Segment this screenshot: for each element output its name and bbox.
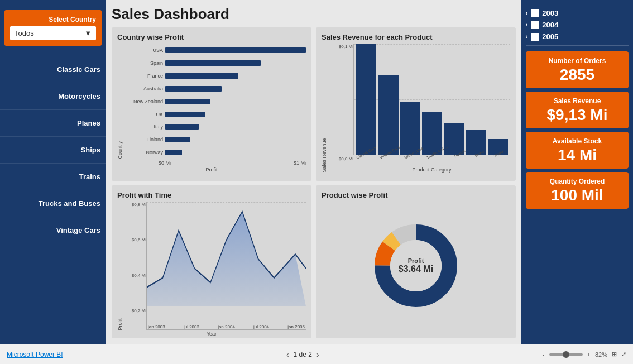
stat-quantity-label: Quantity Ordered xyxy=(531,178,623,185)
profit-time-chart: Profit with Time Profit $0,8 Mi $0,6 Mi … xyxy=(112,185,311,339)
stat-orders-value: 2855 xyxy=(531,67,623,83)
prev-page-button[interactable]: ‹ xyxy=(286,350,289,359)
chevron-icon-2003: › xyxy=(526,10,528,16)
country-profit-title: Country wise Profit xyxy=(117,33,306,41)
stat-stock: Available Stock 14 Mi xyxy=(526,132,629,169)
sales-revenue-x-label: Product Category xyxy=(353,167,510,173)
zoom-thumb[interactable] xyxy=(563,351,569,358)
chevron-down-icon: ▼ xyxy=(84,29,92,37)
profit-time-x-label: Year xyxy=(117,331,306,337)
year-checkbox-2003[interactable] xyxy=(531,9,539,17)
sidebar-item-classic-cars[interactable]: Classic Cars xyxy=(0,56,106,83)
year-2003[interactable]: › 2003 xyxy=(526,9,629,17)
sidebar-nav: Classic Cars Motorcycles Planes Ships Tr… xyxy=(0,56,106,243)
sidebar-item-planes[interactable]: Planes xyxy=(0,109,106,136)
country-profit-y-label: Country xyxy=(117,44,123,159)
sidebar-item-ships[interactable]: Ships xyxy=(0,136,106,163)
profit-time-title: Profit with Time xyxy=(117,191,306,199)
year-label-2004: 2004 xyxy=(542,21,558,29)
dropdown-value: Todos xyxy=(15,29,34,37)
stat-stock-label: Available Stock xyxy=(531,137,623,145)
bottom-bar: Microsoft Power BI ‹ 1 de 2 › - + 82% ⊞ … xyxy=(0,344,633,364)
product-profit-title: Product wise Profit xyxy=(322,191,510,199)
stat-quantity: Quantity Ordered 100 Mil xyxy=(526,172,629,209)
next-page-button[interactable]: › xyxy=(317,350,319,359)
fit-icon[interactable]: ⊞ xyxy=(612,351,617,358)
country-profit-x-label: Profit xyxy=(117,167,306,173)
powerbi-link[interactable]: Microsoft Power BI xyxy=(7,351,63,358)
stat-revenue-value: $9,13 Mi xyxy=(531,107,623,123)
zoom-level: 82% xyxy=(595,351,607,358)
sales-revenue-y-label: Sales Revenue xyxy=(322,44,327,173)
year-2004[interactable]: › 2004 xyxy=(526,21,629,29)
right-panel: › 2003 › 2004 › 2005 Number of Orders 28… xyxy=(521,0,633,344)
select-country-label: Select Country xyxy=(10,16,96,23)
page-nav: ‹ 1 de 2 › xyxy=(286,350,319,359)
bar-rows xyxy=(165,44,306,159)
stat-quantity-value: 100 Mil xyxy=(531,188,623,203)
bar-y-labels: USA Spain France Australia New Zealand U… xyxy=(124,44,163,159)
product-profit-chart: Product wise Profit xyxy=(316,185,516,339)
sales-revenue-title: Sales Revenue for each Product xyxy=(322,33,510,41)
year-2005[interactable]: › 2005 xyxy=(526,32,629,41)
zoom-slider[interactable] xyxy=(549,353,583,356)
sidebar-top: Select Country Todos ▼ xyxy=(4,10,102,46)
x-axis-labels: $0 Mi $1 Mi xyxy=(159,160,306,166)
center-content: Sales Dashboard Country wise Profit Coun… xyxy=(106,0,521,344)
year-label-2003: 2003 xyxy=(542,9,558,17)
sales-revenue-chart: Sales Revenue for each Product Sales Rev… xyxy=(316,27,516,181)
donut-center-value: $3.64 Mi xyxy=(399,264,433,274)
sidebar: Select Country Todos ▼ Classic Cars Moto… xyxy=(0,0,106,344)
stat-orders: Number of Orders 2855 xyxy=(526,51,629,88)
page-title: Sales Dashboard xyxy=(112,6,516,23)
fullscreen-icon[interactable]: ⤢ xyxy=(621,351,626,358)
years-section: › 2003 › 2004 › 2005 xyxy=(526,4,629,46)
stat-stock-value: 14 Mi xyxy=(531,147,623,163)
country-profit-chart: Country wise Profit Country USA Spain Fr… xyxy=(112,27,311,181)
stat-revenue: Sales Revenue $9,13 Mi xyxy=(526,92,629,128)
page-info: 1 de 2 xyxy=(294,351,312,358)
bottom-right: - + 82% ⊞ ⤢ xyxy=(543,351,626,358)
year-checkbox-2004[interactable] xyxy=(531,21,539,29)
zoom-plus[interactable]: + xyxy=(587,351,591,358)
sales-y-axis: $0,1 Mi $0,0 Mi xyxy=(328,44,353,173)
chevron-icon-2005: › xyxy=(526,33,528,40)
donut-chart: Profit $3.64 Mi xyxy=(366,215,466,316)
stat-revenue-label: Sales Revenue xyxy=(531,97,623,105)
sidebar-item-trains[interactable]: Trains xyxy=(0,163,106,190)
charts-grid: Country wise Profit Country USA Spain Fr… xyxy=(112,27,516,338)
country-dropdown[interactable]: Todos ▼ xyxy=(10,26,96,40)
donut-center-label: Profit xyxy=(399,257,433,264)
sidebar-item-trucks-buses[interactable]: Trucks and Buses xyxy=(0,190,106,217)
year-checkbox-2005[interactable] xyxy=(531,33,539,41)
year-label-2005: 2005 xyxy=(542,32,558,41)
stat-orders-label: Number of Orders xyxy=(531,57,623,65)
sidebar-item-motorcycles[interactable]: Motorcycles xyxy=(0,83,106,109)
zoom-minus[interactable]: - xyxy=(543,351,545,358)
chevron-icon-2004: › xyxy=(526,22,528,28)
sidebar-item-vintage-cars[interactable]: Vintage Cars xyxy=(0,217,106,243)
profit-time-y-label: Profit xyxy=(117,202,123,331)
